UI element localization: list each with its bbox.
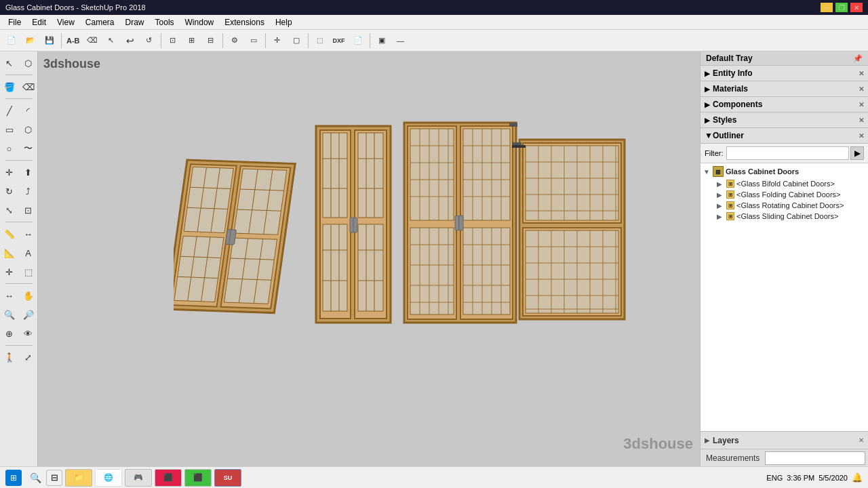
move-tool[interactable]: ✛ <box>1 163 18 181</box>
toolbar-eraser[interactable]: ⌫ <box>83 32 101 49</box>
axes-tool[interactable]: ✛ <box>1 263 18 281</box>
tree-child-1[interactable]: ▶ ⊞ <Glass Bifold Cabinet Doors> <box>701 178 868 189</box>
arc-tool[interactable]: ◜ <box>20 102 37 119</box>
close-button[interactable]: ✕ <box>850 3 863 12</box>
eraser-tool[interactable]: ⌫ <box>20 78 37 96</box>
zoomfit-tool[interactable]: ⊕ <box>1 325 18 342</box>
styles-close[interactable]: ✕ <box>859 117 864 124</box>
toolbar-scale[interactable]: ▢ <box>288 32 305 49</box>
app3-btn[interactable]: 🎮 <box>125 469 152 487</box>
tree-root-item[interactable]: ▼ ⊞ Glass Cabinet Doors <box>701 165 868 178</box>
toolbar-rect3[interactable]: ⊟ <box>202 32 220 49</box>
measurements-input[interactable] <box>765 451 865 465</box>
orbit-tool[interactable]: ↔ <box>1 287 18 304</box>
styles-header[interactable]: ▶ Styles ✕ <box>701 113 868 127</box>
layers-expand-arrow[interactable]: ▶ <box>705 436 710 444</box>
toolbar-section1[interactable]: ▣ <box>373 32 391 49</box>
pushpull-tool[interactable]: ⬆ <box>20 163 37 181</box>
zoom-window-tool[interactable]: 🔎 <box>20 306 37 323</box>
toolbar-dxf[interactable]: DXF <box>330 32 348 49</box>
windows-start-icon[interactable]: ⊞ <box>5 470 22 486</box>
minimize-button[interactable]: − <box>821 3 833 12</box>
menu-tools[interactable]: Tools <box>150 16 180 28</box>
toolbar-new[interactable]: 📄 <box>3 32 20 49</box>
entity-info-close[interactable]: ✕ <box>859 70 864 77</box>
pan-tool[interactable]: ✋ <box>20 287 37 304</box>
advanced-tool[interactable]: ⤢ <box>20 348 37 366</box>
paint-bucket-tool[interactable]: 🪣 <box>1 78 18 96</box>
toolbar-section2[interactable]: — <box>392 32 410 49</box>
tape-tool[interactable]: 📏 <box>1 225 18 243</box>
viewport[interactable]: 3dshouse <box>38 52 700 466</box>
toolbar-view-rect[interactable]: ▭ <box>245 32 262 49</box>
walk-tool[interactable]: 🚶 <box>1 348 18 366</box>
lookaround-tool[interactable]: 👁 <box>20 325 37 342</box>
filter-input[interactable] <box>726 146 850 160</box>
toolbar-rect1[interactable]: ⊡ <box>164 32 182 49</box>
outliner-close[interactable]: ✕ <box>859 132 864 140</box>
menu-extensions[interactable]: Extensions <box>219 16 270 28</box>
sketchup-btn[interactable]: SU <box>214 469 241 487</box>
tree-child-3[interactable]: ▶ ⊞ <Glass Rotating Cabinet Doors> <box>701 200 868 211</box>
tree-child-4[interactable]: ▶ ⊞ <Glass Sliding Cabinet Doors> <box>701 211 868 222</box>
tree-child-2[interactable]: ▶ ⊞ <Glass Folding Cabinet Doors> <box>701 189 868 200</box>
menu-window[interactable]: Window <box>180 16 220 28</box>
scale-tool[interactable]: ⤡ <box>1 201 18 219</box>
layers-close[interactable]: ✕ <box>859 436 864 444</box>
menu-file[interactable]: File <box>3 16 26 28</box>
toolbar-orbit[interactable]: ↩ <box>121 32 139 49</box>
menu-view[interactable]: View <box>52 16 80 28</box>
svg-rect-107 <box>526 230 618 313</box>
layers-label: Layers <box>713 436 739 445</box>
menu-camera[interactable]: Camera <box>80 16 120 28</box>
explorer-btn[interactable]: 📁 <box>65 469 92 487</box>
section-plane-tool[interactable]: ⬚ <box>20 263 37 281</box>
app5-btn[interactable]: ⬛ <box>184 469 212 487</box>
followme-tool[interactable]: ⤴ <box>20 182 37 200</box>
search-taskbar-icon[interactable]: 🔍 <box>27 470 43 486</box>
taskview-icon[interactable]: ⊟ <box>46 470 62 486</box>
entity-info-header[interactable]: ▶ Entity Info ✕ <box>701 66 868 81</box>
dimension-tool[interactable]: ↔ <box>20 225 37 243</box>
notification-icon[interactable]: 🔔 <box>852 472 863 483</box>
offset-tool[interactable]: ⊡ <box>20 201 37 219</box>
tray-pin-icon[interactable]: 📌 <box>853 54 863 63</box>
app4-btn[interactable]: ⬛ <box>155 469 182 487</box>
chrome-btn[interactable]: 🌐 <box>95 469 122 487</box>
toolbar-rect2[interactable]: ⊞ <box>183 32 201 49</box>
menu-draw[interactable]: Draw <box>120 16 150 28</box>
toolbar-move[interactable]: ✛ <box>269 32 286 49</box>
circle-tool[interactable]: ○ <box>1 140 18 157</box>
toolbar-settings[interactable]: ⚙ <box>226 32 243 49</box>
components-close[interactable]: ✕ <box>859 101 864 108</box>
window-controls: − ❐ ✕ <box>821 3 863 12</box>
line-tool[interactable]: ╱ <box>1 102 18 119</box>
outliner-header[interactable]: ▼ Outliner ✕ <box>701 128 868 144</box>
toolbar-iso[interactable]: ⬚ <box>311 32 329 49</box>
menu-help[interactable]: Help <box>270 16 298 28</box>
toolbar-sep1 <box>61 33 62 48</box>
rect-tool[interactable]: ▭ <box>1 121 18 138</box>
toolbar-select[interactable]: ↖ <box>102 32 120 49</box>
zoom-tool[interactable]: 🔍 <box>1 306 18 323</box>
component-tool[interactable]: ⬡ <box>20 54 37 72</box>
protractor-tool[interactable]: 📐 <box>1 244 18 262</box>
materials-close[interactable]: ✕ <box>859 85 864 93</box>
menu-edit[interactable]: Edit <box>26 16 52 28</box>
polygon-tool[interactable]: ⬡ <box>20 121 37 138</box>
materials-header[interactable]: ▶ Materials ✕ <box>701 81 868 96</box>
freehand-tool[interactable]: 〜 <box>20 140 37 157</box>
svg-rect-94 <box>526 146 618 220</box>
taskbar: 🔍 ⊟ 📁 🌐 🎮 ⬛ ⬛ SU <box>27 469 761 487</box>
text-tool[interactable]: A <box>20 244 37 262</box>
components-header[interactable]: ▶ Components ✕ <box>701 97 868 112</box>
maximize-button[interactable]: ❐ <box>835 3 848 12</box>
select-tool[interactable]: ↖ <box>1 54 18 72</box>
filter-label: Filter: <box>705 149 724 157</box>
filter-button[interactable]: ▶ <box>850 146 864 160</box>
rotate-tool[interactable]: ↻ <box>1 182 18 200</box>
toolbar-open[interactable]: 📂 <box>22 32 39 49</box>
toolbar-export[interactable]: 📄 <box>349 32 367 49</box>
toolbar-save[interactable]: 💾 <box>41 32 58 49</box>
toolbar-undo[interactable]: ↺ <box>140 32 158 49</box>
